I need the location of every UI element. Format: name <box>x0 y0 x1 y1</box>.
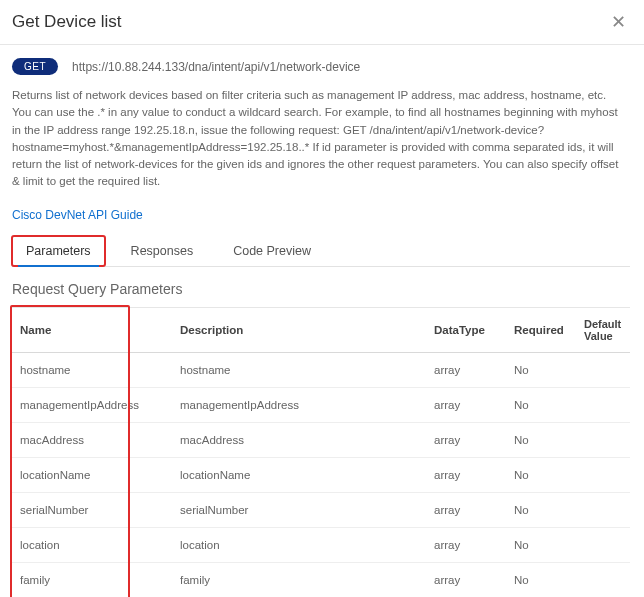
tabs-bar: Parameters Responses Code Preview <box>12 236 630 267</box>
parameters-table: Name Description DataType Required Defau… <box>12 307 630 598</box>
tab-label: Responses <box>131 244 194 258</box>
cell-default <box>576 562 630 597</box>
cell-required: No <box>506 562 576 597</box>
cell-default <box>576 352 630 387</box>
cell-datatype: array <box>426 457 506 492</box>
table-row: managementIpAddressmanagementIpAddressar… <box>12 387 630 422</box>
modal-scroll-area[interactable]: GET https://10.88.244.133/dna/intent/api… <box>0 44 644 597</box>
cell-name: managementIpAddress <box>12 387 172 422</box>
cell-default <box>576 457 630 492</box>
cell-name: macAddress <box>12 422 172 457</box>
cell-description: macAddress <box>172 422 426 457</box>
tab-label: Parameters <box>26 244 91 258</box>
cell-name: serialNumber <box>12 492 172 527</box>
table-row: hostnamehostnamearrayNo <box>12 352 630 387</box>
cell-required: No <box>506 492 576 527</box>
cell-description: family <box>172 562 426 597</box>
table-wrapper: Name Description DataType Required Defau… <box>12 307 630 598</box>
cell-name: family <box>12 562 172 597</box>
cell-datatype: array <box>426 352 506 387</box>
table-header-row: Name Description DataType Required Defau… <box>12 307 630 352</box>
cell-default <box>576 527 630 562</box>
cell-name: hostname <box>12 352 172 387</box>
close-button[interactable]: ✕ <box>607 13 630 31</box>
cell-description: hostname <box>172 352 426 387</box>
col-header-default: Default Value <box>576 307 630 352</box>
modal-title: Get Device list <box>12 12 122 32</box>
cell-default <box>576 422 630 457</box>
col-header-required: Required <box>506 307 576 352</box>
close-icon: ✕ <box>611 12 626 32</box>
cell-description: location <box>172 527 426 562</box>
http-method-badge: GET <box>12 58 58 75</box>
table-row: locationNamelocationNamearrayNo <box>12 457 630 492</box>
cell-required: No <box>506 352 576 387</box>
endpoint-row: GET https://10.88.244.133/dna/intent/api… <box>12 58 630 75</box>
cell-datatype: array <box>426 387 506 422</box>
endpoint-description: Returns list of network devices based on… <box>12 87 622 191</box>
cell-description: managementIpAddress <box>172 387 426 422</box>
cell-required: No <box>506 387 576 422</box>
cell-required: No <box>506 422 576 457</box>
section-title: Request Query Parameters <box>12 281 630 297</box>
table-row: locationlocationarrayNo <box>12 527 630 562</box>
modal-dialog: Get Device list ✕ GET https://10.88.244.… <box>0 0 644 597</box>
col-header-description: Description <box>172 307 426 352</box>
api-guide-link[interactable]: Cisco DevNet API Guide <box>12 208 143 222</box>
cell-datatype: array <box>426 562 506 597</box>
cell-required: No <box>506 527 576 562</box>
cell-description: locationName <box>172 457 426 492</box>
cell-name: location <box>12 527 172 562</box>
cell-datatype: array <box>426 527 506 562</box>
tab-code-preview[interactable]: Code Preview <box>219 236 325 266</box>
cell-datatype: array <box>426 422 506 457</box>
modal-content: GET https://10.88.244.133/dna/intent/api… <box>0 44 634 597</box>
col-header-name: Name <box>12 307 172 352</box>
cell-default <box>576 387 630 422</box>
cell-name: locationName <box>12 457 172 492</box>
cell-description: serialNumber <box>172 492 426 527</box>
cell-default <box>576 492 630 527</box>
cell-required: No <box>506 457 576 492</box>
tab-responses[interactable]: Responses <box>117 236 208 266</box>
cell-datatype: array <box>426 492 506 527</box>
table-row: familyfamilyarrayNo <box>12 562 630 597</box>
modal-header: Get Device list ✕ <box>0 0 644 45</box>
col-header-datatype: DataType <box>426 307 506 352</box>
tab-parameters[interactable]: Parameters <box>12 236 105 266</box>
table-row: serialNumberserialNumberarrayNo <box>12 492 630 527</box>
table-row: macAddressmacAddressarrayNo <box>12 422 630 457</box>
tab-label: Code Preview <box>233 244 311 258</box>
endpoint-url: https://10.88.244.133/dna/intent/api/v1/… <box>72 60 360 74</box>
